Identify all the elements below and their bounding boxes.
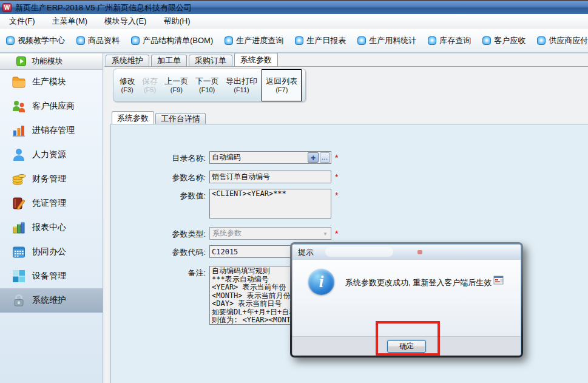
quick-item-production-progress[interactable]: 生产进度查询 — [225, 35, 283, 46]
param-type-label: 参数类型: — [147, 227, 206, 240]
required-asterisk: * — [335, 189, 338, 200]
tab-system-params[interactable]: 系统参数 — [234, 53, 278, 66]
param-value-label: 参数值: — [147, 189, 206, 202]
add-catalog-button[interactable]: + — [308, 152, 319, 163]
button-key: (F9) — [164, 86, 188, 94]
voucher-icon — [11, 195, 27, 211]
quick-item-payable[interactable]: 供应商应付 — [537, 35, 588, 46]
blue-square-icon — [428, 36, 436, 45]
play-icon — [16, 56, 26, 66]
document-tabs: 系统维护 加工单 采购订单 系统参数 — [104, 53, 588, 67]
lock-icon — [11, 293, 27, 308]
redacted-blur — [325, 247, 393, 257]
param-value-textarea[interactable]: <CLIENT><YEAR>*** — [209, 189, 331, 219]
blue-square-icon — [225, 36, 233, 45]
redacted-mark — [417, 250, 422, 254]
sidebar-item-finance[interactable]: 财务管理 — [0, 167, 103, 191]
menu-bar: 文件(F) 主菜单(M) 模块导入(E) 帮助(H) — [0, 14, 588, 29]
sidebar-item-label: 人力资源 — [32, 149, 66, 160]
title-bar: W 新页生产ERP-2018 V5 广州新页信息科技有限公司 — [0, 0, 588, 14]
back-to-list-button[interactable]: 返回列表 (F7) — [262, 69, 302, 101]
export-print-button[interactable]: 导出打印 (F11) — [223, 72, 260, 99]
quick-item-video-center[interactable]: 视频教学中心 — [6, 35, 65, 46]
quick-item-label: 生产日报表 — [306, 35, 346, 46]
quick-item-label: 库存查询 — [439, 35, 471, 46]
action-toolbar: 修改 (F3) 保存 (F5) 上一页 (F9) 下一页 (F10) 导出打印 … — [113, 69, 306, 102]
required-asterisk: * — [335, 227, 338, 239]
button-label: 上一页 — [164, 76, 188, 86]
app-logo-icon: W — [2, 3, 12, 12]
prev-page-button[interactable]: 上一页 (F9) — [162, 72, 191, 99]
blue-square-icon — [6, 36, 15, 45]
browse-catalog-button[interactable]: ... — [320, 152, 330, 163]
button-label: 下一页 — [195, 76, 219, 86]
quick-item-material-stats[interactable]: 生产用料统计 — [357, 35, 416, 46]
modify-button[interactable]: 修改 (F3) — [117, 72, 138, 99]
folder-icon — [11, 74, 27, 90]
blue-square-icon — [76, 36, 85, 45]
sidebar-item-label: 报表中心 — [32, 222, 66, 233]
copy-report-icon[interactable] — [493, 276, 504, 288]
quick-item-bom[interactable]: 产品结构清单(BOM) — [131, 35, 213, 46]
param-type-select: 系统参数 ▼ — [209, 227, 331, 240]
menu-file[interactable]: 文件(F) — [9, 16, 35, 27]
sidebar-item-office[interactable]: 协同办公 — [0, 240, 103, 264]
quick-item-receivable[interactable]: 客户应收 — [482, 35, 525, 46]
subtab-workbench-detail[interactable]: 工作台详情 — [155, 113, 206, 124]
catalog-label: 目录名称: — [147, 151, 206, 164]
quick-item-inventory-query[interactable]: 库存查询 — [428, 35, 471, 46]
sidebar-item-equipment[interactable]: 设备管理 — [0, 264, 103, 288]
form-row-param-type: 参数类型: 系统参数 ▼ * — [147, 227, 338, 240]
dialog-message: 系统参数更改成功, 重新登入客户端后生效 — [345, 277, 492, 288]
report-chart-icon — [11, 220, 27, 236]
sidebar-item-production[interactable]: 生产模块 — [0, 70, 103, 94]
button-label: 保存 — [142, 76, 158, 86]
sidebar-item-voucher[interactable]: 凭证管理 — [0, 191, 103, 215]
button-key: (F7) — [266, 86, 297, 94]
param-name-input[interactable] — [209, 171, 331, 183]
sidebar-item-report-center[interactable]: 报表中心 — [0, 215, 103, 240]
person-icon — [11, 147, 27, 163]
quick-item-label: 产品结构清单(BOM) — [143, 35, 213, 46]
sidebar-item-system-maintenance[interactable]: 系统维护 — [0, 288, 103, 313]
quick-item-goods[interactable]: 商品资料 — [76, 35, 120, 46]
info-icon: i — [308, 269, 334, 295]
dialog-title: 提示 — [298, 247, 314, 258]
blue-square-icon — [131, 36, 140, 45]
dialog-title-bar: 提示 — [292, 245, 521, 260]
sidebar-item-customers-suppliers[interactable]: 客户供应商 — [0, 94, 103, 118]
sidebar-item-label: 系统维护 — [32, 295, 66, 306]
button-key: (F5) — [142, 86, 158, 94]
quick-toolbar: 视频教学中心 商品资料 产品结构清单(BOM) 生产进度查询 生产日报表 生产用… — [0, 29, 588, 53]
tab-system-maintenance[interactable]: 系统维护 — [106, 55, 149, 66]
sidebar-item-inventory[interactable]: 进销存管理 — [0, 118, 103, 143]
sidebar-item-label: 财务管理 — [32, 174, 66, 185]
sidebar: 功能模块 生产模块 客户供应商 进销存管理 人力资源 财务管理 — [0, 53, 103, 383]
button-key: (F10) — [195, 86, 219, 94]
sidebar-item-label: 协同办公 — [32, 246, 66, 257]
quick-item-daily-report[interactable]: 生产日报表 — [295, 35, 346, 46]
menu-module-import[interactable]: 模块导入(E) — [104, 16, 146, 27]
equipment-icon — [11, 268, 27, 284]
param-code-label: 参数代码: — [147, 245, 206, 258]
blue-square-icon — [295, 36, 303, 45]
subtab-system-params[interactable]: 系统参数 — [112, 111, 154, 124]
quick-item-label: 生产进度查询 — [236, 35, 283, 46]
calendar-icon — [11, 244, 27, 260]
menu-help[interactable]: 帮助(H) — [163, 16, 190, 27]
form-row-catalog: 目录名称: + ... * — [147, 151, 338, 164]
next-page-button[interactable]: 下一页 (F10) — [193, 72, 221, 99]
tab-purchase-order[interactable]: 采购订单 — [189, 55, 232, 66]
chevron-down-icon: ▼ — [323, 231, 328, 237]
sidebar-header-label: 功能模块 — [32, 56, 63, 67]
button-key: (F3) — [120, 86, 135, 94]
blue-square-icon — [482, 36, 491, 45]
menu-main[interactable]: 主菜单(M) — [52, 16, 88, 27]
window-title: 新页生产ERP-2018 V5 广州新页信息科技有限公司 — [15, 2, 192, 13]
tab-work-order[interactable]: 加工单 — [151, 55, 187, 66]
sidebar-item-hr[interactable]: 人力资源 — [0, 143, 103, 167]
sidebar-item-label: 客户供应商 — [32, 101, 75, 112]
form-row-param-name: 参数名称: * — [147, 171, 338, 183]
detail-subtabs: 系统参数 工作台详情 — [112, 111, 207, 124]
sidebar-item-label: 进销存管理 — [32, 125, 75, 136]
